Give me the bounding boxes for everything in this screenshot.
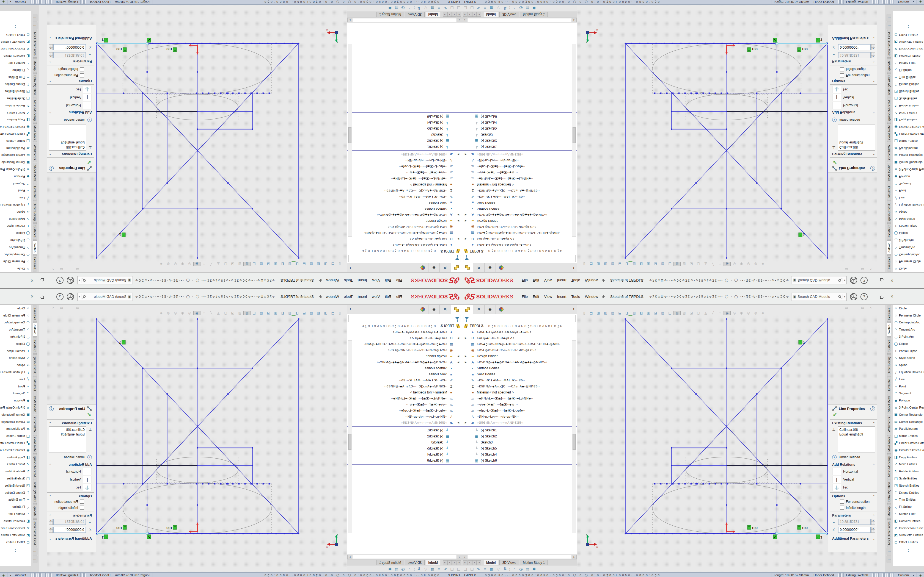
- dimxpert-manager-tab[interactable]: [417, 305, 428, 314]
- display-tool-icon[interactable]: ▽: [422, 6, 429, 10]
- cmd-tab-evaluate[interactable]: Evaluate: [33, 184, 37, 200]
- tool-partial-ellipse[interactable]: ◗Partial Ellipse: [893, 347, 924, 355]
- feature-tool-icon[interactable]: ◧: [279, 311, 286, 315]
- feature-tool-icon[interactable]: ◨: [624, 262, 631, 266]
- display-tool-icon[interactable]: ✎: [475, 567, 482, 571]
- length-spinner[interactable]: ▲▼: [871, 52, 875, 58]
- tool-circular-sketch-pattern[interactable]: ◉Circular Sketch Pattern: [0, 123, 31, 131]
- tool-3-point-center-recta[interactable]: ◈3 Point Center Recta...: [0, 166, 31, 173]
- cmd-tab-evaluate[interactable]: Evaluate: [887, 184, 891, 200]
- feature-tool-icon[interactable]: ◪: [652, 311, 659, 315]
- tool-circular-sketch-pattern[interactable]: ◉Circular Sketch Pattern: [0, 446, 31, 454]
- feature-tool-icon[interactable]: ◧: [638, 262, 645, 266]
- add-relations-header[interactable]: Add Relations⌃: [49, 463, 92, 467]
- search-input[interactable]: ▣ Search CAD Models ▾: [791, 293, 847, 301]
- collapse-icon[interactable]: ⌃: [873, 422, 875, 425]
- tree-vertical-scrollbar[interactable]: [348, 44, 352, 237]
- feature-tool-icon[interactable]: ◉: [193, 311, 200, 315]
- tool-polygon[interactable]: ◆Polygon: [893, 397, 924, 404]
- relation-button-fix[interactable]: ⚓: [83, 86, 92, 93]
- unit-system-dropdown[interactable]: Custom▴: [895, 0, 917, 3]
- tree-item-garbled[interactable]: ▶▰○Ƨ5ЄИNΛ∩+○◦○+∩ΛNИЄƧ5○: [347, 152, 462, 158]
- cmd-tab-weldments[interactable]: Weldments: [887, 143, 891, 162]
- scroll-right-icon[interactable]: ▸: [572, 555, 577, 559]
- feature-tool-icon[interactable]: ◫: [666, 311, 674, 315]
- menu-edit[interactable]: Edit: [382, 277, 394, 284]
- tool-3-point-center-recta[interactable]: ◈3 Point Center Recta...: [893, 404, 924, 411]
- feature-tool-icon[interactable]: ▤: [258, 262, 265, 266]
- display-tool-icon[interactable]: ◔: [511, 6, 517, 10]
- tool-offset-entities[interactable]: ⊏Offset Entities: [0, 538, 31, 546]
- tree-item-garbled[interactable]: Σ○Ƨ5ИN◎◦♣A∩϶ƷЄ○◦○ЄƷ϶∩A♣◦◎NИƧ5○: [347, 188, 462, 194]
- feature-tool-icon[interactable]: ⬒: [588, 311, 595, 315]
- feature-tool-icon[interactable]: ◬: [702, 311, 709, 315]
- feature-tool-icon[interactable]: ⬓: [616, 311, 624, 315]
- search-dropdown-icon[interactable]: ▾: [843, 294, 846, 299]
- feature-tool-icon[interactable]: ▣: [645, 262, 652, 266]
- tree-item-garbled[interactable]: ▶A○Ƨ5ИN◎◦♣A♣◎ИNA○◦○ANИ◎♣A♣◦◎NИƧ5○: [347, 359, 462, 365]
- feature-tool-icon[interactable]: ◬: [215, 262, 222, 266]
- tool-intersection-curve[interactable]: ≋Intersection Curve: [893, 524, 924, 532]
- feature-tool-icon[interactable]: ◧: [279, 262, 286, 266]
- help-icon[interactable]: ?: [57, 277, 63, 284]
- tool-stretch-entities[interactable]: ◳Stretch Entities: [893, 482, 924, 489]
- tree-item-garbled[interactable]: ▶▰○Ƨ5ЄИNΛ∩+○◦○+∩ΛNИЄƧ5○: [462, 152, 577, 158]
- panel-help-icon[interactable]: ?: [49, 406, 53, 411]
- tree-item-sketch6[interactable]: ▦(-) Sketch6: [462, 458, 577, 464]
- tool-move-entities[interactable]: ↗Move Entities: [893, 110, 924, 116]
- expand-arrow-icon[interactable]: ▶: [457, 361, 459, 364]
- expand-panel-icon[interactable]: ›: [349, 306, 351, 311]
- scroll-left-icon[interactable]: ◂: [457, 18, 462, 22]
- panel-splitter[interactable]: [828, 25, 830, 172]
- tool-sketch-fillet[interactable]: ◜Sketch Fillet: [0, 60, 31, 67]
- tab-scroll-icon[interactable]: ‹: [467, 12, 472, 17]
- tree-item-garbled[interactable]: ▶↺○ΛŁ◎♣Ƨ◦ſ○◦○ſ◦Ƨ♣◎ŁΛ○: [347, 236, 462, 242]
- feature-tool-icon[interactable]: ⬒: [329, 262, 336, 266]
- feature-tool-icon[interactable]: ◈: [759, 262, 766, 266]
- tool-equation-driven-curve[interactable]: ƒEquation Driven Curve: [893, 369, 924, 376]
- cmd-tab-mold-tools[interactable]: Mold Tools: [887, 435, 891, 454]
- tool-sketch-fillet[interactable]: ◜Sketch Fillet: [893, 60, 924, 67]
- collapse-icon[interactable]: ⌃: [49, 153, 51, 156]
- menu-file[interactable]: File: [394, 293, 405, 300]
- tree-filter-input[interactable]: [349, 255, 461, 262]
- tree-item-garbled[interactable]: ✎○Ƨ5·∩Ж ŁAM○◦○MAŁ Ж∩·Ƨ5○: [462, 377, 577, 383]
- tool-corner-rectangle[interactable]: ▭Corner Rectangle: [893, 418, 924, 425]
- display-tool-icon[interactable]: ▤: [524, 567, 531, 571]
- feature-tool-icon[interactable]: ↥: [200, 262, 208, 266]
- tree-item-garbled[interactable]: ▶A○Ƨ5ИN◎◦♣A♣◎ИNA○◦○ANИ◎♣A♣◦◎NИƧ5○: [462, 212, 577, 218]
- menu-insert[interactable]: Insert: [355, 277, 370, 284]
- tool-intersection-curve[interactable]: ≋Intersection Curve: [893, 46, 924, 53]
- tool-point[interactable]: ▪Point: [0, 187, 31, 194]
- tab-scroll-icon[interactable]: »: [477, 560, 481, 565]
- rollback-bar[interactable]: [347, 426, 462, 427]
- scroll-left-icon[interactable]: ◂: [457, 555, 462, 559]
- tree-root-item[interactable]: TЯPDLƧ. ⊙ƷЄ⊙Ш⊙◦◦+⊙ƆC⊙ƷЄ⊙•⊙Ƨ5⊙Ł⊙ƷЄ: [347, 323, 462, 329]
- cmd-tab-evaluate[interactable]: Evaluate: [33, 377, 37, 393]
- feature-tool-icon[interactable]: ⬒: [329, 311, 336, 315]
- tree-item-garbled[interactable]: ▱○♣ИN◎Ł+○Ж◉[○◦○]◉Ж○+Ł◎NИ♣○: [462, 395, 577, 401]
- display-tool-icon[interactable]: ✱: [531, 567, 537, 571]
- tool-center-rectangle[interactable]: ▣Center Rectangle: [893, 159, 924, 166]
- feature-tool-icon[interactable]: ▨: [681, 262, 688, 266]
- cmd-tab-direct-editing[interactable]: Direct Editing: [887, 201, 891, 223]
- display-tool-icon[interactable]: ╚: [416, 567, 422, 571]
- expand-icon[interactable]: ⌄: [49, 537, 51, 540]
- tool-equation-driven-curve[interactable]: ƒEquation Driven Curve: [0, 369, 31, 376]
- length-field[interactable]: 10.88152731: [53, 519, 86, 525]
- collapse-icon[interactable]: ⌃: [49, 111, 51, 114]
- tree-item-garbled[interactable]: ▱○·◎♣○Ж◉[○◦○]◉Ж○♣◎·○: [347, 169, 462, 176]
- angle-field[interactable]: 0.00000000°: [53, 527, 86, 533]
- search-dropdown-icon[interactable]: ▾: [843, 278, 846, 283]
- tool-centerpoint-arc[interactable]: ◠Centerpoint Arc: [893, 251, 924, 258]
- tree-item-garbled[interactable]: ✎○Ƨ5·∩Ж ŁAM○◦○MAŁ Ж∩·Ƨ5○: [347, 194, 462, 200]
- existing-relations-header[interactable]: Existing Relations⌃: [49, 152, 92, 156]
- feature-tool-icon[interactable]: ╱: [709, 311, 716, 315]
- cmd-tab-mold-tools[interactable]: Mold Tools: [887, 123, 891, 142]
- feature-tool-icon[interactable]: ▤: [609, 262, 616, 266]
- tree-item-garbled[interactable]: ✎○Ƨ5·∩Ж ŁAM○◦○MAŁ Ж∩·Ƨ5○: [462, 194, 577, 200]
- tool-rotate-entities[interactable]: ↻Rotate Entities: [893, 102, 924, 110]
- tree-item-sketch6[interactable]: ▦(-) Sketch6: [462, 113, 577, 119]
- more-tools-chevron-icon[interactable]: ⌄⌄: [0, 548, 31, 552]
- scrollbar-thumb[interactable]: [573, 434, 575, 450]
